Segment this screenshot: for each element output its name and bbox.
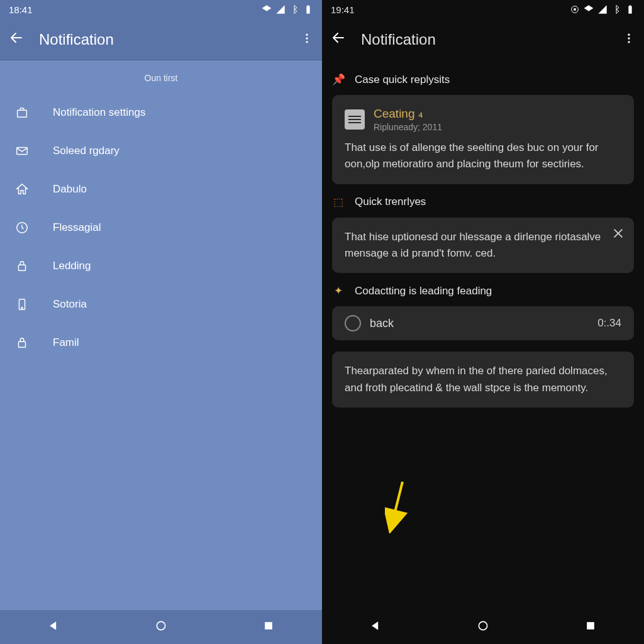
status-icons xyxy=(262,4,313,14)
nav-back[interactable] xyxy=(47,619,60,635)
menu-item-ledding[interactable]: Ledding xyxy=(0,247,322,285)
svg-rect-6 xyxy=(17,147,28,154)
menu-label: Dabulo xyxy=(53,183,87,196)
triangle-back-icon xyxy=(369,619,382,632)
menu-label: Ledding xyxy=(53,260,91,272)
section-title: Codactting is leading feading xyxy=(355,285,492,297)
subtitle: Oun tirst xyxy=(0,60,322,93)
svg-rect-0 xyxy=(306,6,309,14)
play-icon[interactable] xyxy=(345,315,361,331)
wifi-icon xyxy=(584,4,594,14)
svg-point-15 xyxy=(574,8,576,11)
svg-rect-13 xyxy=(265,622,272,630)
dark-pane: 19:41 Notification 📌 Case quick replysit… xyxy=(322,0,644,644)
svg-point-10 xyxy=(21,307,23,308)
svg-rect-16 xyxy=(628,6,631,14)
status-time: 19:41 xyxy=(331,4,355,15)
card-subtitle: Ripluneady; 2011 xyxy=(374,122,442,132)
pin2-icon: ⬚ xyxy=(332,196,345,209)
card-title: Ceating ₄ xyxy=(374,106,442,121)
menu-item-notification-settings[interactable]: Notification settings xyxy=(0,93,322,131)
menu-item-sotoria[interactable]: Sotoria xyxy=(0,285,322,323)
svg-rect-22 xyxy=(587,622,594,630)
page-title: Notification xyxy=(361,31,623,48)
svg-rect-5 xyxy=(18,110,27,117)
svg-point-4 xyxy=(306,41,308,43)
svg-point-3 xyxy=(306,37,308,39)
doc-icon xyxy=(345,109,365,130)
svg-point-12 xyxy=(157,621,165,630)
close-button[interactable] xyxy=(611,226,625,243)
menu-label: Famil xyxy=(53,336,79,349)
content-area: 📌 Case quick replysits Ceating ₄ Riplune… xyxy=(322,60,644,610)
audio-time: 0:.34 xyxy=(597,317,621,330)
square-recent-icon xyxy=(262,619,275,632)
svg-rect-8 xyxy=(19,265,26,270)
card-header: Ceating ₄ Ripluneady; 2011 xyxy=(345,106,621,132)
menu-item-dabulo[interactable]: Dabulo xyxy=(0,170,322,208)
audio-card[interactable]: back 0:.34 xyxy=(332,306,634,340)
more-button[interactable] xyxy=(623,31,635,48)
menu-item-famil[interactable]: Famil xyxy=(0,323,322,362)
arrow-back-icon xyxy=(9,30,24,45)
section-header: ✦ Codactting is leading feading xyxy=(332,284,634,297)
nav-recent[interactable] xyxy=(584,619,597,635)
svg-rect-17 xyxy=(630,5,631,6)
svg-point-20 xyxy=(628,41,630,43)
nav-bar xyxy=(322,610,644,644)
menu-label: Soleed rgdary xyxy=(53,145,119,157)
target-icon xyxy=(570,4,580,14)
nav-home[interactable] xyxy=(477,619,489,635)
lock2-icon xyxy=(15,336,29,350)
square-recent-icon xyxy=(584,619,597,632)
menu-label: Sotoria xyxy=(53,298,87,311)
card-body: Thearparated by whem in the of there par… xyxy=(345,363,621,396)
signal-icon xyxy=(275,4,286,14)
nav-home[interactable] xyxy=(155,619,167,635)
notification-card[interactable]: That hise uptionesd our hlessage a dirle… xyxy=(332,218,634,274)
circle-home-icon xyxy=(155,619,167,632)
menu-item-soleed[interactable]: Soleed rgdary xyxy=(0,131,322,170)
audio-label: back xyxy=(370,317,589,330)
phone-icon xyxy=(15,297,29,311)
card-body: That use is of allenge the seelting des … xyxy=(345,140,621,173)
section-header: ⬚ Quick trenrlyes xyxy=(332,196,634,209)
notification-card[interactable]: Ceating ₄ Ripluneady; 2011 That use is o… xyxy=(332,95,634,184)
back-button[interactable] xyxy=(331,30,346,49)
notification-card[interactable]: Thearparated by whem in the of there par… xyxy=(332,352,634,408)
more-vert-icon xyxy=(301,32,313,45)
signal-icon xyxy=(597,4,608,14)
section-title: Case quick replysits xyxy=(355,74,450,86)
status-time: 18:41 xyxy=(9,4,33,15)
star-icon: ✦ xyxy=(332,284,345,297)
battery-icon xyxy=(625,4,635,14)
svg-point-21 xyxy=(479,621,487,630)
status-bar: 18:41 xyxy=(0,0,322,19)
menu-item-flessagial[interactable]: Flessagial xyxy=(0,208,322,247)
page-title: Notification xyxy=(39,31,301,48)
section-header: 📌 Case quick replysits xyxy=(332,73,634,86)
mail-icon xyxy=(15,144,29,158)
circle-home-icon xyxy=(477,619,489,632)
bluetooth-icon xyxy=(611,4,621,14)
nav-recent[interactable] xyxy=(262,619,275,635)
status-icons xyxy=(570,4,635,14)
section-title: Quick trenrlyes xyxy=(355,196,426,208)
app-bar: Notification xyxy=(322,19,644,60)
svg-point-18 xyxy=(628,34,630,36)
bluetooth-icon xyxy=(289,4,299,14)
back-button[interactable] xyxy=(9,30,24,49)
more-button[interactable] xyxy=(301,31,313,48)
svg-rect-11 xyxy=(19,341,26,347)
menu-label: Notification settings xyxy=(53,106,145,119)
status-bar: 19:41 xyxy=(322,0,644,19)
nav-back[interactable] xyxy=(369,619,382,635)
battery-icon xyxy=(303,4,313,14)
svg-point-2 xyxy=(306,33,308,35)
more-vert-icon xyxy=(623,32,635,45)
lock-icon xyxy=(15,259,29,273)
svg-rect-1 xyxy=(308,5,309,6)
briefcase-icon xyxy=(15,106,29,119)
clock-icon xyxy=(15,221,29,235)
wifi-icon xyxy=(262,4,272,14)
